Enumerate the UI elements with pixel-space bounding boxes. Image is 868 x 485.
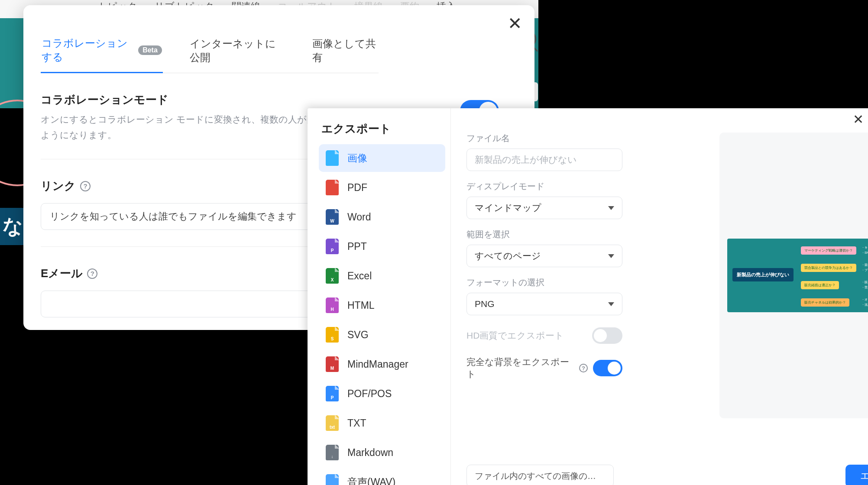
export-format-画像[interactable]: 画像 — [319, 144, 445, 172]
export-format-mindmanager[interactable]: MMindManager — [319, 350, 445, 378]
export-preview-column: 新製品の売上が伸びない マーケティング戦略は適切か？ 競合製品との競争力はあるか… — [719, 108, 868, 485]
hd-export-label: HD画質でエクスポート — [466, 330, 564, 342]
filename-label: ファイル名 — [466, 133, 704, 144]
format-select[interactable]: PNG — [466, 293, 622, 315]
full-bg-label: 完全な背景をエクスポート — [466, 356, 576, 380]
range-select[interactable]: すべてのページ — [466, 245, 622, 267]
display-mode-label: ディスプレイモード — [466, 181, 704, 192]
help-icon[interactable]: ? — [80, 181, 91, 191]
mindmap-node: 競合製品との競争力はあるか？ — [801, 264, 856, 272]
export-format-label: MindManager — [347, 359, 408, 370]
tab-publish-internet[interactable]: インターネットに公開 — [189, 31, 285, 72]
mindmap-node: 販売経路は適正か？ — [801, 281, 839, 289]
export-format-label: TXT — [347, 417, 366, 429]
file-icon: W — [326, 209, 339, 225]
export-format-label: POF/POS — [347, 388, 392, 400]
help-icon[interactable]: ? — [579, 364, 588, 372]
export-format-list: エクスポート 画像PDFWWordPPPTXExcelHHTMLSSVGMMin… — [308, 108, 450, 485]
export-options: ファイル名 新製品の売上が伸びない ディスプレイモード マインドマップ 範囲を選… — [451, 108, 719, 485]
range-value: すべてのページ — [475, 250, 541, 262]
display-mode-select[interactable]: マインドマップ — [466, 197, 622, 219]
format-value: PNG — [475, 299, 495, 309]
mindmap-root: 新製品の売上が伸びない — [732, 268, 794, 281]
all-images-label: ファイル内のすべての画像の… — [475, 470, 596, 482]
chevron-down-icon — [608, 254, 614, 258]
full-bg-row: 完全な背景をエクスポート ? — [466, 356, 622, 380]
export-format-word[interactable]: WWord — [319, 203, 445, 231]
file-icon: txt — [326, 415, 339, 431]
mindmap-node: 販売チャネルは効果的か？ — [801, 298, 849, 307]
mindmap-thumbnail: 新製品の売上が伸びない マーケティング戦略は適切か？ 競合製品との競争力はあるか… — [727, 239, 868, 312]
file-icon: ↓ — [326, 445, 339, 460]
filename-input[interactable]: 新製品の売上が伸びない — [466, 149, 622, 171]
export-format-label: Excel — [347, 270, 372, 282]
file-icon: M — [326, 356, 339, 372]
export-button[interactable]: エクスポート — [845, 465, 868, 485]
export-format-pof/pos[interactable]: PPOF/POS — [319, 380, 445, 407]
export-preview: 新製品の売上が伸びない マーケティング戦略は適切か？ 競合製品との競争力はあるか… — [719, 133, 868, 418]
export-format-label: Word — [347, 211, 371, 223]
chevron-down-icon — [608, 302, 614, 306]
close-icon[interactable]: ✕ — [508, 15, 522, 32]
export-format-音声(wav)[interactable]: 音声(WAV) — [319, 468, 445, 485]
hd-export-row: HD画質でエクスポート — [466, 327, 622, 344]
file-icon: P — [326, 386, 339, 401]
tab-collaborate[interactable]: コラボレーションする Beta — [41, 30, 163, 73]
export-format-txt[interactable]: txtTXT — [319, 409, 445, 437]
export-format-pdf[interactable]: PDF — [319, 174, 445, 201]
export-format-label: PPT — [347, 241, 367, 252]
mindmap-node: マーケティング戦略は適切か？ — [801, 246, 856, 255]
file-icon: H — [326, 297, 339, 313]
file-icon: S — [326, 327, 339, 343]
export-format-html[interactable]: HHTML — [319, 291, 445, 319]
all-images-select[interactable]: ファイル内のすべての画像の… — [466, 465, 614, 485]
export-format-ppt[interactable]: PPPT — [319, 233, 445, 260]
export-format-label: HTML — [347, 300, 375, 311]
export-format-label: 音声(WAV) — [347, 475, 395, 485]
tab-label: コラボレーションする — [42, 36, 134, 64]
full-bg-toggle[interactable] — [593, 360, 622, 376]
link-title: リンク — [41, 178, 76, 194]
tab-share-as-image[interactable]: 画像として共有 — [311, 31, 379, 72]
file-icon — [326, 150, 339, 166]
help-icon[interactable]: ? — [87, 268, 97, 279]
email-title: Eメール — [41, 266, 83, 281]
hd-export-toggle[interactable] — [592, 327, 622, 344]
export-format-label: 画像 — [347, 152, 367, 165]
file-icon — [326, 180, 339, 195]
export-title: エクスポート — [321, 121, 445, 136]
filename-placeholder: 新製品の売上が伸びない — [475, 154, 577, 166]
link-permission-value: リンクを知っている人は誰でもファイルを編集できます — [50, 210, 297, 223]
share-tabs: コラボレーションする Beta インターネットに公開 画像として共有 — [41, 30, 379, 73]
export-dialog: ✕ エクスポート 画像PDFWWordPPPTXExcelHHTMLSSVGMM… — [308, 108, 868, 485]
collab-mode-title: コラボレーションモード — [41, 92, 517, 107]
export-format-markdown[interactable]: ↓Markdown — [319, 439, 445, 466]
export-format-svg[interactable]: SSVG — [319, 321, 445, 349]
file-icon: P — [326, 239, 339, 254]
display-mode-value: マインドマップ — [475, 202, 541, 214]
export-format-label: Markdown — [347, 447, 393, 459]
export-format-label: PDF — [347, 182, 367, 194]
export-format-label: SVG — [347, 329, 369, 341]
file-icon: X — [326, 268, 339, 284]
file-icon — [326, 474, 339, 485]
chevron-down-icon — [608, 206, 614, 210]
range-label: 範囲を選択 — [466, 229, 704, 240]
export-format-excel[interactable]: XExcel — [319, 262, 445, 290]
beta-badge: Beta — [138, 45, 162, 55]
format-label: フォーマットの選択 — [466, 277, 704, 288]
